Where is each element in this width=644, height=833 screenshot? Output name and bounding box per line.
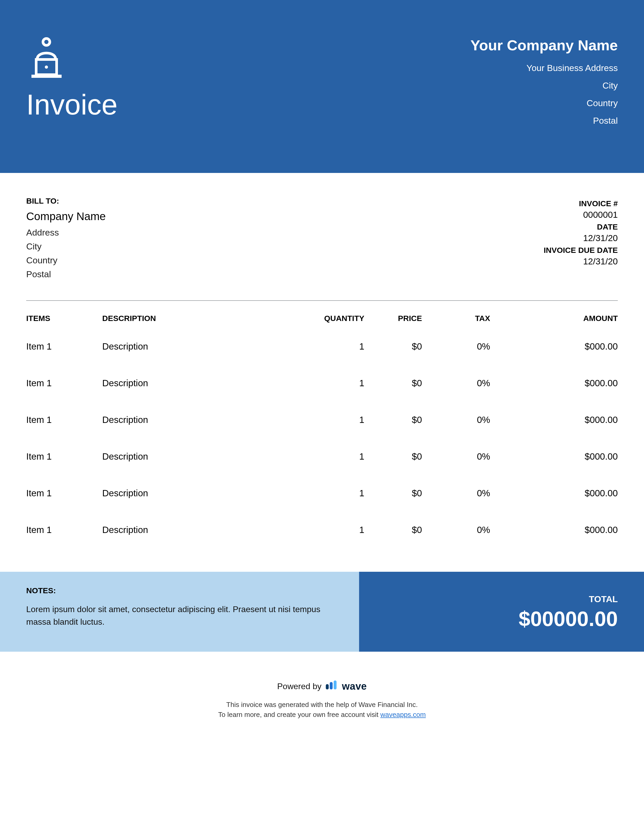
cell-amount: $000.00 bbox=[490, 488, 618, 499]
fine-line-1: This invoice was generated with the help… bbox=[0, 700, 644, 710]
cell-price: $0 bbox=[364, 524, 422, 535]
table-header: ITEMS DESCRIPTION QUANTITY PRICE TAX AMO… bbox=[26, 311, 618, 333]
cell-tax: 0% bbox=[422, 378, 490, 388]
cell-tax: 0% bbox=[422, 341, 490, 352]
cell-price: $0 bbox=[364, 451, 422, 462]
table-row: Item 1Description1$00%$000.00 bbox=[26, 370, 618, 407]
company-city: City bbox=[470, 80, 618, 91]
wave-logo-icon bbox=[325, 680, 338, 692]
cell-item: Item 1 bbox=[26, 451, 102, 462]
notes-box: NOTES: Lorem ipsum dolor sit amet, conse… bbox=[0, 572, 359, 652]
cell-item: Item 1 bbox=[26, 341, 102, 352]
table-row: Item 1Description1$00%$000.00 bbox=[26, 407, 618, 443]
cell-quantity: 1 bbox=[283, 341, 364, 352]
company-name: Your Company Name bbox=[470, 37, 618, 54]
cell-description: Description bbox=[102, 451, 283, 462]
svg-point-2 bbox=[45, 66, 48, 69]
cell-quantity: 1 bbox=[283, 524, 364, 535]
invoice-number: 0000001 bbox=[544, 210, 618, 220]
col-items: ITEMS bbox=[26, 314, 102, 323]
bill-to-company: Company Name bbox=[26, 210, 106, 223]
cell-tax: 0% bbox=[422, 451, 490, 462]
waveapps-link[interactable]: waveapps.com bbox=[380, 711, 426, 719]
invoice-meta: INVOICE # 0000001 DATE 12/31/20 INVOICE … bbox=[544, 196, 618, 279]
bill-to-address: Address bbox=[26, 227, 106, 238]
table-row: Item 1Description1$00%$000.00 bbox=[26, 517, 618, 553]
table-row: Item 1Description1$00%$000.00 bbox=[26, 333, 618, 370]
document-title: Invoice bbox=[26, 88, 118, 121]
bill-to: BILL TO: Company Name Address City Count… bbox=[26, 196, 106, 279]
cell-tax: 0% bbox=[422, 415, 490, 425]
cell-description: Description bbox=[102, 341, 283, 352]
cell-item: Item 1 bbox=[26, 524, 102, 535]
powered-by: Powered by wave bbox=[0, 680, 644, 692]
col-price: PRICE bbox=[364, 314, 422, 323]
total-box: TOTAL $00000.00 bbox=[359, 572, 644, 652]
bill-to-country: Country bbox=[26, 255, 106, 265]
cell-item: Item 1 bbox=[26, 488, 102, 499]
table-row: Item 1Description1$00%$000.00 bbox=[26, 443, 618, 480]
table-row: Item 1Description1$00%$000.00 bbox=[26, 480, 618, 517]
cell-quantity: 1 bbox=[283, 378, 364, 388]
cell-amount: $000.00 bbox=[490, 451, 618, 462]
company-address: Your Business Address bbox=[470, 63, 618, 73]
fine-print: This invoice was generated with the help… bbox=[0, 700, 644, 720]
bill-to-city: City bbox=[26, 241, 106, 252]
svg-rect-5 bbox=[330, 682, 333, 690]
cell-item: Item 1 bbox=[26, 378, 102, 388]
notes-label: NOTES: bbox=[26, 586, 341, 595]
cell-amount: $000.00 bbox=[490, 378, 618, 388]
line-items-table: ITEMS DESCRIPTION QUANTITY PRICE TAX AMO… bbox=[0, 301, 644, 553]
cell-description: Description bbox=[102, 415, 283, 425]
invoice-due: 12/31/20 bbox=[544, 256, 618, 267]
cell-item: Item 1 bbox=[26, 415, 102, 425]
cell-price: $0 bbox=[364, 488, 422, 499]
cell-tax: 0% bbox=[422, 488, 490, 499]
table-body: Item 1Description1$00%$000.00Item 1Descr… bbox=[26, 333, 618, 553]
header-left: Invoice bbox=[26, 37, 118, 126]
col-quantity: QUANTITY bbox=[283, 314, 364, 323]
svg-rect-3 bbox=[31, 75, 61, 78]
invoice-page: Invoice Your Company Name Your Business … bbox=[0, 0, 644, 720]
cell-quantity: 1 bbox=[283, 415, 364, 425]
col-description: DESCRIPTION bbox=[102, 314, 283, 323]
cell-quantity: 1 bbox=[283, 451, 364, 462]
cell-quantity: 1 bbox=[283, 488, 364, 499]
cell-description: Description bbox=[102, 524, 283, 535]
cell-description: Description bbox=[102, 488, 283, 499]
cell-amount: $000.00 bbox=[490, 341, 618, 352]
cell-price: $0 bbox=[364, 415, 422, 425]
cell-amount: $000.00 bbox=[490, 415, 618, 425]
bill-to-postal: Postal bbox=[26, 269, 106, 279]
invoice-date-label: DATE bbox=[544, 222, 618, 232]
header-right: Your Company Name Your Business Address … bbox=[470, 37, 618, 126]
company-postal: Postal bbox=[470, 116, 618, 126]
cell-price: $0 bbox=[364, 378, 422, 388]
person-laptop-icon bbox=[26, 37, 118, 82]
fine-line-2: To learn more, and create your own free … bbox=[0, 710, 644, 720]
col-tax: TAX bbox=[422, 314, 490, 323]
bill-to-label: BILL TO: bbox=[26, 196, 106, 206]
cell-amount: $000.00 bbox=[490, 524, 618, 535]
notes-text: Lorem ipsum dolor sit amet, consectetur … bbox=[26, 603, 341, 628]
header: Invoice Your Company Name Your Business … bbox=[0, 0, 644, 173]
total-label: TOTAL bbox=[370, 594, 618, 604]
svg-point-0 bbox=[43, 39, 50, 45]
svg-rect-6 bbox=[334, 680, 336, 690]
invoice-date: 12/31/20 bbox=[544, 233, 618, 243]
cell-price: $0 bbox=[364, 341, 422, 352]
invoice-number-label: INVOICE # bbox=[544, 199, 618, 208]
powered-prefix: Powered by bbox=[277, 682, 322, 691]
col-amount: AMOUNT bbox=[490, 314, 618, 323]
total-value: $00000.00 bbox=[370, 607, 618, 631]
meta-section: BILL TO: Company Name Address City Count… bbox=[0, 173, 644, 290]
cell-description: Description bbox=[102, 378, 283, 388]
cell-tax: 0% bbox=[422, 524, 490, 535]
footer-boxes: NOTES: Lorem ipsum dolor sit amet, conse… bbox=[0, 572, 644, 652]
wave-brand: wave bbox=[342, 681, 367, 692]
svg-rect-4 bbox=[326, 684, 329, 690]
invoice-due-label: INVOICE DUE DATE bbox=[544, 246, 618, 255]
company-country: Country bbox=[470, 98, 618, 108]
